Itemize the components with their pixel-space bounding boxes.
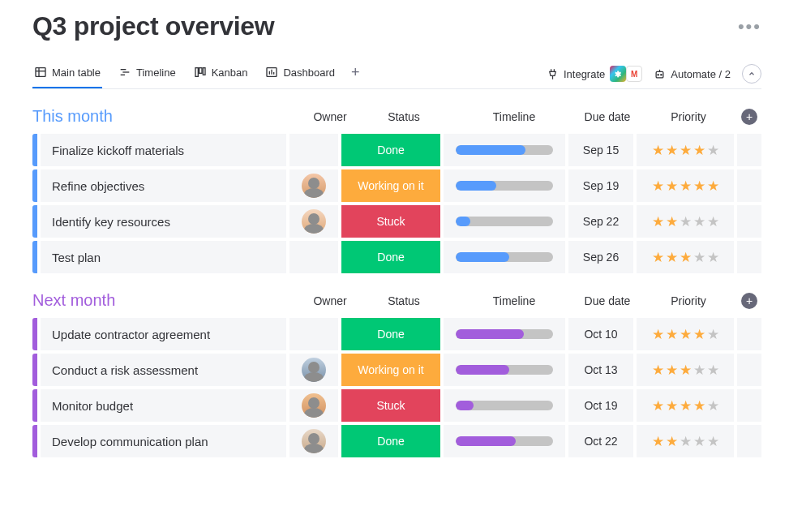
integrate-button[interactable]: Integrate ✱ M [547, 66, 642, 82]
task-name-cell[interactable]: Develop communication plan [41, 425, 286, 457]
star-icon: ★ [707, 362, 719, 379]
timeline-cell[interactable] [444, 389, 565, 422]
tab-dashboard[interactable]: Dashboard [264, 59, 337, 88]
column-header-timeline[interactable]: Timeline [453, 294, 575, 307]
progress-bar [456, 217, 553, 226]
owner-cell[interactable] [289, 134, 338, 166]
table-row[interactable]: Monitor budgetStuckOct 19★★★★★ [32, 389, 761, 422]
timeline-cell[interactable] [444, 425, 565, 457]
due-date-cell[interactable]: Oct 13 [568, 354, 633, 386]
tab-label: Dashboard [283, 66, 335, 79]
due-date-cell[interactable]: Oct 19 [568, 389, 633, 422]
row-end-cell [737, 169, 761, 202]
table-row[interactable]: Identify key resourcesStuckSep 22★★★★★ [32, 205, 761, 238]
table-row[interactable]: Test planDoneSep 26★★★★★ [32, 241, 761, 273]
task-name-cell[interactable]: Refine objectives [41, 169, 286, 202]
more-menu-icon[interactable]: ••• [738, 16, 761, 37]
timeline-cell[interactable] [444, 318, 565, 350]
column-header-status[interactable]: Status [354, 294, 453, 307]
status-cell[interactable]: Done [341, 241, 440, 273]
star-icon: ★ [707, 142, 719, 159]
timeline-cell[interactable] [444, 205, 565, 238]
status-cell[interactable]: Working on it [341, 169, 440, 202]
table-row[interactable]: Conduct a risk assessmentWorking on itOc… [32, 354, 761, 386]
task-name-cell[interactable]: Update contractor agreement [41, 318, 286, 350]
column-header-owner[interactable]: Owner [306, 110, 354, 123]
status-cell[interactable]: Stuck [341, 389, 440, 422]
owner-cell[interactable] [289, 318, 338, 350]
table-icon [34, 66, 47, 79]
due-date-cell[interactable]: Sep 22 [568, 205, 633, 238]
task-name-cell[interactable]: Finalize kickoff materials [41, 134, 286, 166]
due-date-cell[interactable]: Oct 22 [568, 425, 633, 457]
star-icon: ★ [680, 249, 692, 266]
column-header-owner[interactable]: Owner [306, 294, 354, 307]
timeline-cell[interactable] [444, 354, 565, 386]
task-name-cell[interactable]: Conduct a risk assessment [41, 354, 286, 386]
priority-cell[interactable]: ★★★★★ [637, 169, 734, 202]
progress-bar [456, 401, 553, 410]
group-title[interactable]: This month [32, 107, 113, 126]
priority-cell[interactable]: ★★★★★ [637, 389, 734, 422]
owner-cell[interactable] [289, 169, 338, 202]
tab-kanban[interactable]: Kanban [192, 59, 250, 88]
priority-cell[interactable]: ★★★★★ [637, 354, 734, 386]
status-cell[interactable]: Done [341, 134, 440, 166]
star-icon: ★ [693, 362, 705, 379]
due-date-cell[interactable]: Sep 19 [568, 169, 633, 202]
star-icon: ★ [666, 178, 678, 195]
tab-main-table[interactable]: Main table [32, 59, 102, 88]
collapse-button[interactable] [742, 64, 761, 84]
priority-cell[interactable]: ★★★★★ [637, 205, 734, 238]
svg-point-15 [661, 74, 662, 75]
column-header-due[interactable]: Due date [575, 294, 640, 307]
due-date-cell[interactable]: Sep 15 [568, 134, 633, 166]
table-row[interactable]: Finalize kickoff materialsDoneSep 15★★★★… [32, 134, 761, 166]
robot-icon [654, 68, 666, 80]
owner-cell[interactable] [289, 241, 338, 273]
due-date-cell[interactable]: Sep 26 [568, 241, 633, 273]
owner-cell[interactable] [289, 205, 338, 238]
owner-cell[interactable] [289, 354, 338, 386]
timeline-cell[interactable] [444, 169, 565, 202]
star-icon: ★ [652, 362, 664, 379]
timeline-cell[interactable] [444, 241, 565, 273]
timeline-icon [118, 66, 131, 79]
column-header-status[interactable]: Status [354, 110, 453, 123]
group-stripe [32, 389, 37, 422]
add-view-button[interactable]: + [351, 64, 360, 84]
add-column-button[interactable]: + [741, 293, 757, 309]
table-row[interactable]: Update contractor agreementDoneOct 10★★★… [32, 318, 761, 350]
add-column-button[interactable]: + [741, 109, 757, 125]
owner-cell[interactable] [289, 425, 338, 457]
status-cell[interactable]: Working on it [341, 354, 440, 386]
status-cell[interactable]: Stuck [341, 205, 440, 238]
task-name-cell[interactable]: Test plan [41, 241, 286, 273]
column-header-priority[interactable]: Priority [640, 294, 737, 307]
priority-cell[interactable]: ★★★★★ [637, 241, 734, 273]
automate-button[interactable]: Automate / 2 [654, 68, 731, 80]
task-name-cell[interactable]: Monitor budget [41, 389, 286, 422]
integrate-label: Integrate [564, 68, 605, 80]
gmail-icon: M [626, 66, 642, 82]
priority-cell[interactable]: ★★★★★ [637, 134, 734, 166]
status-cell[interactable]: Done [341, 425, 440, 457]
priority-cell[interactable]: ★★★★★ [637, 318, 734, 350]
star-icon: ★ [666, 397, 678, 414]
timeline-cell[interactable] [444, 134, 565, 166]
priority-cell[interactable]: ★★★★★ [637, 425, 734, 457]
column-header-due[interactable]: Due date [575, 110, 640, 123]
column-header-priority[interactable]: Priority [640, 110, 737, 123]
star-icon: ★ [680, 433, 692, 450]
column-header-timeline[interactable]: Timeline [453, 110, 575, 123]
table-row[interactable]: Develop communication planDoneOct 22★★★★… [32, 425, 761, 457]
table-row[interactable]: Refine objectivesWorking on itSep 19★★★★… [32, 169, 761, 202]
owner-cell[interactable] [289, 389, 338, 422]
task-name-cell[interactable]: Identify key resources [41, 205, 286, 238]
group-title[interactable]: Next month [32, 291, 115, 310]
tab-timeline[interactable]: Timeline [117, 59, 178, 88]
status-cell[interactable]: Done [341, 318, 440, 350]
svg-rect-7 [199, 68, 201, 74]
star-icon: ★ [680, 178, 692, 195]
due-date-cell[interactable]: Oct 10 [568, 318, 633, 350]
